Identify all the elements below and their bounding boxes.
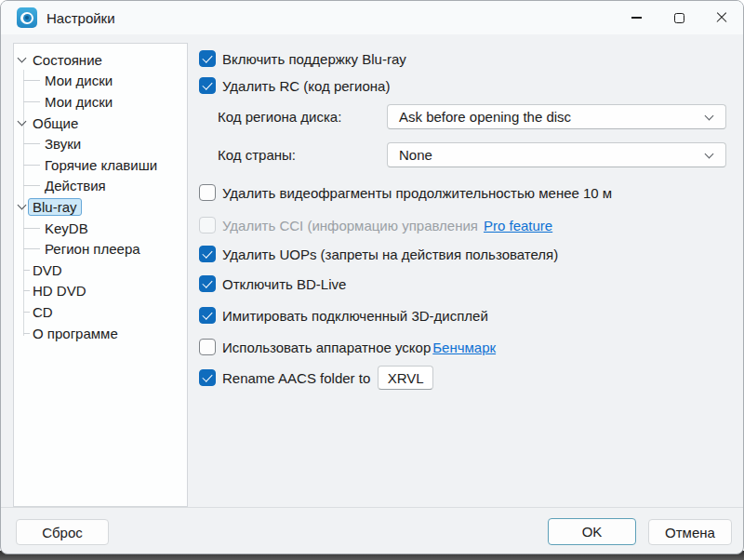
sidebar-item-label: Мои диски: [45, 94, 113, 110]
tree-connector: [23, 80, 40, 81]
remove-rc-label: Удалить RC (код региона): [222, 78, 390, 94]
cancel-button[interactable]: Отмена: [648, 519, 732, 545]
tree-connector: [23, 165, 40, 166]
remove-uops-checkbox[interactable]: [199, 246, 216, 262]
remove-fragments-label: Удалить видеофрагменты продолжительность…: [222, 185, 612, 201]
tree-connector: [23, 185, 40, 186]
sidebar-item-label: Мои диски: [45, 73, 113, 88]
pro-feature-link[interactable]: Pro feature: [484, 218, 552, 233]
remove-cci-label: Удалить CCI (информацию управления: [222, 218, 478, 233]
sidebar-item-keydb[interactable]: KeyDB: [14, 218, 187, 239]
close-button[interactable]: [700, 1, 743, 34]
tree-connector: [23, 248, 40, 249]
region-code-value: Ask before opening the disc: [399, 109, 571, 125]
sidebar-item-label: Общие: [33, 115, 78, 131]
checkbox-row-simulate-3d: Имитировать подключенный 3D-дисплей: [199, 306, 488, 325]
sidebar-item-label: Состояние: [33, 52, 102, 68]
titlebar[interactable]: Настройки: [1, 1, 743, 34]
settings-dialog: Настройки СостояниеМои дискиМои дискиОбщ…: [0, 0, 744, 554]
sidebar-item-мои-диски[interactable]: Мои диски: [14, 91, 187, 113]
chevron-down-icon[interactable]: [18, 201, 27, 210]
eye-icon-iris: [23, 14, 32, 22]
hardware-accel-label: Использовать аппаратное ускор: [222, 340, 431, 355]
sidebar-item-горячие-клавиши[interactable]: Горячие клавиши: [14, 154, 187, 176]
tree-connector: [23, 290, 30, 291]
tree-connector: [23, 333, 30, 334]
sidebar-item-label: Звуки: [45, 136, 81, 152]
tree-connector: [23, 143, 40, 144]
region-code-label: Код региона диска:: [218, 109, 341, 125]
sidebar-item-действия[interactable]: Действия: [14, 176, 187, 197]
eye-icon-pupil: [25, 16, 29, 20]
checkbox-row-remove-uops: Удалить UOPs (запреты на действия пользо…: [199, 245, 558, 263]
sidebar-item-hd-dvd[interactable]: HD DVD: [14, 281, 187, 302]
footer-bar: Сброс OK Отмена: [1, 507, 743, 554]
ok-button[interactable]: OK: [548, 518, 636, 545]
minimize-icon: [631, 17, 642, 18]
sidebar-item-label: Регион плеера: [45, 241, 140, 257]
sidebar-item-dvd[interactable]: DVD: [14, 260, 187, 281]
chevron-down-icon[interactable]: [18, 117, 27, 127]
screen: Настройки СостояниеМои дискиМои дискиОбщ…: [0, 0, 744, 560]
sidebar-item-label: Горячие клавиши: [45, 157, 157, 173]
country-code-dropdown[interactable]: None: [387, 142, 726, 167]
simulate-3d-checkbox[interactable]: [199, 307, 216, 324]
checkbox-row-remove-rc: Удалить RC (код региона): [199, 76, 390, 95]
tree-connector: [23, 312, 30, 313]
rename-aacs-label: Rename AACS folder to: [222, 370, 370, 386]
sidebar-item-о-программе[interactable]: О программе: [14, 323, 187, 344]
tree-connector: [23, 228, 40, 229]
rename-aacs-checkbox[interactable]: [199, 369, 216, 386]
sidebar-item-label: Blu-ray: [28, 198, 82, 216]
checkbox-row-remove-cci: Удалить CCI (информацию управления Pro f…: [199, 216, 552, 234]
eye-icon-ring: [20, 12, 33, 24]
remove-uops-label: Удалить UOPs (запреты на действия пользо…: [222, 247, 558, 262]
sidebar-item-blu-ray[interactable]: Blu-ray: [14, 196, 187, 218]
hardware-accel-checkbox[interactable]: [199, 339, 216, 355]
region-code-dropdown[interactable]: Ask before opening the disc: [387, 104, 726, 129]
checkbox-row-disable-bdlive: Отключить BD-Live: [199, 274, 346, 293]
chevron-down-icon[interactable]: [18, 54, 27, 63]
close-icon: [715, 11, 728, 24]
disable-bdlive-label: Отключить BD-Live: [222, 276, 346, 292]
window-controls: [615, 1, 743, 34]
sidebar-item-мои-диски[interactable]: Мои диски: [14, 71, 187, 92]
country-code-value: None: [399, 147, 432, 163]
sidebar-item-cd[interactable]: CD: [14, 301, 187, 323]
sidebar-item-состояние[interactable]: Состояние: [14, 49, 187, 71]
maximize-button[interactable]: [658, 1, 700, 34]
sidebar: СостояниеМои дискиМои дискиОбщиеЗвукиГор…: [13, 43, 188, 507]
sidebar-item-label: CD: [33, 304, 53, 320]
sidebar-tree: СостояниеМои дискиМои дискиОбщиеЗвукиГор…: [14, 44, 187, 506]
disable-bdlive-checkbox[interactable]: [199, 275, 216, 292]
sidebar-item-регион-плеера[interactable]: Регион плеера: [14, 238, 187, 260]
remove-rc-checkbox[interactable]: [199, 77, 216, 94]
window-title: Настройки: [46, 10, 115, 26]
eye-icon: [17, 7, 37, 28]
simulate-3d-label: Имитировать подключенный 3D-дисплей: [222, 308, 488, 324]
checkbox-row-remove-fragments: Удалить видеофрагменты продолжительность…: [199, 183, 612, 202]
checkbox-row-hardware-accel: Использовать аппаратное ускор Бенчмарк: [199, 338, 496, 356]
tree-connector: [23, 101, 40, 102]
bluray-support-checkbox[interactable]: [199, 50, 216, 67]
chevron-down-icon: [705, 150, 714, 159]
sidebar-item-label: DVD: [33, 262, 62, 278]
sidebar-item-звуки[interactable]: Звуки: [14, 133, 187, 154]
sidebar-item-label: KeyDB: [45, 220, 88, 236]
sidebar-item-label: О программе: [33, 326, 118, 341]
sidebar-item-label: Действия: [45, 178, 106, 193]
chevron-down-icon: [705, 112, 714, 121]
remove-fragments-checkbox[interactable]: [199, 184, 216, 201]
remove-cci-checkbox: [199, 217, 216, 233]
minimize-button[interactable]: [615, 1, 658, 34]
checkbox-row-rename-aacs: Rename AACS folder to: [199, 368, 433, 387]
sidebar-item-общие[interactable]: Общие: [14, 113, 187, 134]
country-code-label: Код страны:: [218, 147, 296, 163]
checkbox-row-bluray-support: Включить поддержку Blu-ray: [199, 49, 406, 68]
sidebar-item-label: HD DVD: [33, 283, 86, 299]
aacs-folder-input[interactable]: [378, 366, 433, 390]
bluray-support-label: Включить поддержку Blu-ray: [222, 51, 406, 67]
reset-button[interactable]: Сброс: [16, 519, 109, 545]
maximize-icon: [674, 13, 684, 23]
benchmark-link[interactable]: Бенчмарк: [432, 340, 496, 355]
